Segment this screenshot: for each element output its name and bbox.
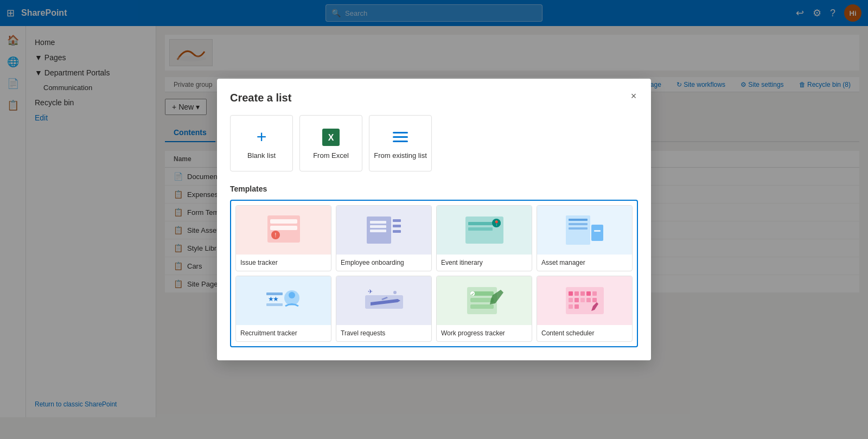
svg-point-36: [393, 291, 397, 294]
template-travel-requests[interactable]: ✈ Travel requests: [336, 276, 432, 342]
svg-rect-5: [393, 141, 408, 142]
create-options: + Blank list X From Excel From existing …: [230, 115, 638, 171]
svg-rect-53: [586, 298, 591, 302]
svg-text:✈: ✈: [368, 288, 373, 295]
template-recruitment-preview: ★ ★: [236, 276, 331, 325]
svg-text:!: !: [275, 232, 276, 238]
template-content-label: Content scheduler: [537, 325, 632, 341]
svg-rect-48: [586, 291, 591, 296]
svg-rect-20: [468, 227, 493, 231]
svg-text:X: X: [328, 133, 334, 142]
svg-rect-24: [569, 219, 588, 221]
svg-text:✓: ✓: [470, 292, 474, 297]
blank-list-label: Blank list: [247, 151, 276, 160]
lines-icon: [391, 128, 410, 147]
svg-rect-47: [580, 291, 585, 296]
svg-rect-27: [591, 225, 603, 241]
template-recruitment-tracker[interactable]: ★ ★ Recruitment tracker: [235, 276, 331, 342]
svg-rect-12: [370, 221, 386, 224]
svg-rect-13: [370, 225, 386, 228]
plus-icon: +: [257, 127, 267, 147]
template-employee-preview: [336, 206, 431, 255]
modal-close-button[interactable]: ×: [625, 87, 642, 105]
svg-point-30: [289, 292, 295, 298]
template-issue-tracker[interactable]: ! Issue tracker: [235, 205, 331, 271]
svg-rect-45: [569, 291, 573, 296]
svg-rect-50: [569, 298, 573, 302]
templates-section-title: Templates: [230, 184, 638, 193]
svg-text:★: ★: [273, 295, 279, 303]
template-issue-label: Issue tracker: [236, 255, 331, 271]
template-content-preview: [537, 276, 632, 325]
template-travel-label: Travel requests: [336, 325, 431, 341]
svg-rect-56: [575, 304, 579, 309]
from-excel-option[interactable]: X From Excel: [299, 115, 362, 171]
svg-rect-7: [270, 219, 297, 224]
modal-title: Create a list: [230, 92, 638, 104]
blank-list-option[interactable]: + Blank list: [230, 115, 293, 171]
svg-rect-26: [569, 227, 588, 230]
template-event-preview: 📍: [437, 206, 532, 255]
modal-overlay[interactable]: Create a list × + Blank list X From Exce…: [0, 0, 868, 439]
svg-text:📍: 📍: [493, 220, 500, 227]
excel-icon: X: [321, 128, 341, 147]
template-employee-onboarding[interactable]: Employee onboarding: [336, 205, 432, 271]
template-work-label: Work progress tracker: [437, 325, 532, 341]
template-travel-preview: ✈: [336, 276, 431, 325]
svg-rect-3: [393, 132, 408, 133]
svg-rect-17: [393, 230, 401, 233]
svg-rect-34: [266, 303, 283, 306]
template-event-label: Event itinerary: [437, 255, 532, 271]
template-event-itinerary[interactable]: 📍 Event itinerary: [436, 205, 532, 271]
template-asset-manager[interactable]: Asset manager: [537, 205, 633, 271]
svg-rect-15: [393, 219, 401, 222]
svg-rect-8: [270, 226, 297, 230]
svg-rect-51: [575, 298, 579, 302]
create-list-modal: Create a list × + Blank list X From Exce…: [217, 79, 651, 360]
svg-rect-54: [592, 298, 597, 302]
template-recruitment-label: Recruitment tracker: [236, 325, 331, 341]
svg-rect-52: [580, 298, 585, 302]
svg-rect-49: [592, 291, 597, 296]
svg-rect-25: [569, 223, 588, 225]
template-content-scheduler[interactable]: Content scheduler: [537, 276, 633, 342]
from-existing-option[interactable]: From existing list: [369, 115, 432, 171]
svg-rect-4: [393, 136, 408, 138]
svg-rect-46: [575, 291, 579, 296]
svg-rect-41: [470, 304, 494, 309]
svg-rect-40: [470, 298, 494, 302]
svg-rect-28: [594, 230, 601, 232]
from-existing-label: From existing list: [374, 151, 427, 160]
template-asset-preview: [537, 206, 632, 255]
svg-rect-16: [393, 225, 401, 227]
template-employee-label: Employee onboarding: [336, 255, 431, 271]
template-asset-label: Asset manager: [537, 255, 632, 271]
svg-rect-55: [569, 304, 573, 309]
template-work-progress[interactable]: ✓ Work progress tracker: [436, 276, 532, 342]
templates-grid: ! Issue tracker: [230, 200, 638, 347]
from-excel-label: From Excel: [313, 151, 349, 160]
svg-rect-14: [370, 230, 386, 232]
template-work-preview: ✓: [437, 276, 532, 325]
template-issue-preview: !: [236, 206, 331, 255]
